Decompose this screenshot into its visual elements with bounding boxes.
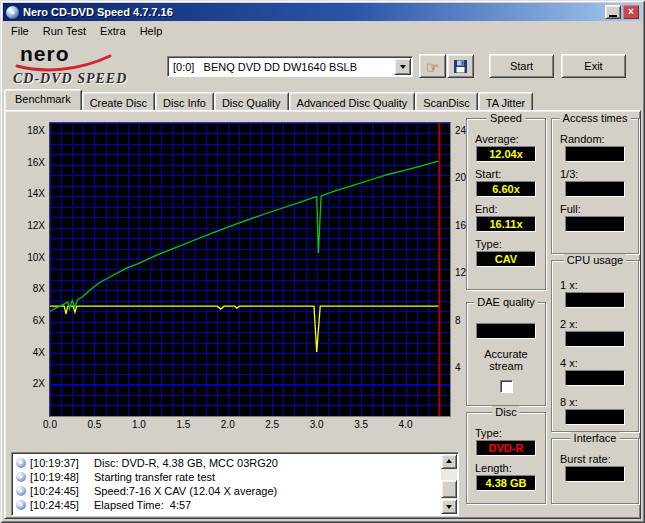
chart-series	[50, 123, 450, 416]
arrow-up-icon	[446, 456, 452, 463]
menu-item-run-test[interactable]: Run Test	[36, 23, 93, 39]
y-right-tick: 24	[455, 125, 466, 136]
scroll-down-button[interactable]	[441, 499, 457, 514]
y-left-tick: 4X	[11, 347, 45, 358]
tab-disc-quality[interactable]: Disc Quality	[214, 92, 289, 110]
log-disc-icon	[16, 486, 26, 496]
log-time: [10:24:45]	[30, 485, 94, 497]
log-window[interactable]: [10:19:37] Disc: DVD-R, 4.38 GB, MCC 03R…	[11, 452, 459, 516]
arrow-down-icon	[446, 505, 452, 512]
end-speed-value: 16.11x	[476, 216, 536, 232]
average-speed-value: 12.04x	[476, 146, 536, 162]
tab-ta-jitter[interactable]: TA Jitter	[478, 92, 534, 110]
plot-area	[49, 122, 451, 417]
panel-dae-quality-title: DAE quality	[474, 296, 537, 308]
panel-access-times: Access times Random: 1/3: Full:	[551, 118, 639, 254]
disc-length-value: 4.38 GB	[476, 475, 536, 491]
log-disc-icon	[16, 472, 26, 482]
drive-select[interactable]: [0:0] BENQ DVD DD DW1640 BSLB	[167, 56, 413, 77]
minimize-icon	[609, 15, 617, 17]
panel-disc-title: Disc	[492, 406, 519, 418]
y-left-tick: 18X	[11, 125, 45, 136]
nero-logo: nero CD-DVD SPEED CD-DVD SPEED	[6, 41, 164, 88]
accurate-stream-checkbox[interactable]	[500, 380, 513, 393]
cpu-1x-value	[565, 292, 625, 308]
y-left-tick: 12X	[11, 220, 45, 231]
cpu-8x-label: 8 x:	[560, 396, 638, 408]
y-left-tick: 14X	[11, 188, 45, 199]
cpu-1x-label: 1 x:	[560, 279, 638, 291]
tab-benchmark[interactable]: Benchmark	[4, 89, 82, 110]
panel-interface: Interface Burst rate:	[551, 438, 639, 504]
titlebar[interactable]: Nero CD-DVD Speed 4.7.7.16 ×	[3, 3, 642, 21]
access-third-label: 1/3:	[560, 168, 638, 180]
drive-select-arrow[interactable]	[394, 58, 411, 75]
dae-quality-value	[476, 323, 536, 339]
disc-type-value: DVD-R	[476, 440, 536, 456]
menu-item-file[interactable]: File	[4, 23, 36, 39]
disc-type-label: Type:	[475, 427, 545, 439]
start-speed-label: Start:	[475, 168, 545, 180]
average-speed-label: Average:	[475, 133, 545, 145]
tab-advanced-disc-quality[interactable]: Advanced Disc Quality	[289, 92, 416, 110]
log-text: Speed:7-16 X CAV (12.04 X average)	[94, 485, 277, 497]
tab-disc-info[interactable]: Disc Info	[155, 92, 214, 110]
y-left-tick: 10X	[11, 252, 45, 263]
log-content: [10:19:37] Disc: DVD-R, 4.38 GB, MCC 03R…	[15, 456, 439, 513]
menubar: File Run Test Extra Help	[3, 21, 642, 40]
x-tick: 2.5	[265, 419, 279, 430]
tab-page-benchmark: 18X16X14X12X10X8X6X4X2X24201612840.00.51…	[4, 110, 641, 519]
rotation-speed-curve	[50, 306, 439, 352]
tab-strip: Benchmark Create Disc Disc Info Disc Qua…	[4, 89, 533, 110]
log-time: [10:19:37]	[30, 457, 94, 469]
access-full-label: Full:	[560, 203, 638, 215]
log-text: Elapsed Time: 4:57	[94, 499, 191, 511]
panel-dae-quality: DAE quality Accurate stream	[466, 302, 546, 406]
app-window: Nero CD-DVD Speed 4.7.7.16 × File Run Te…	[0, 0, 645, 523]
logo-brand-text: nero	[20, 42, 70, 65]
cpu-2x-label: 2 x:	[560, 318, 638, 330]
start-button[interactable]: Start	[489, 54, 554, 78]
y-right-tick: 20	[455, 172, 466, 183]
log-text: Starting transfer rate test	[94, 471, 215, 483]
scroll-thumb[interactable]	[441, 480, 457, 498]
access-third-value	[565, 181, 625, 197]
log-disc-icon	[16, 500, 26, 510]
panel-cpu-usage-title: CPU usage	[564, 254, 626, 266]
log-scrollbar[interactable]	[441, 454, 457, 514]
y-right-tick: 12	[455, 267, 466, 278]
menu-item-help[interactable]: Help	[133, 23, 170, 39]
close-button[interactable]: ×	[623, 5, 639, 19]
menu-item-extra[interactable]: Extra	[93, 23, 133, 39]
exit-button[interactable]: Exit	[561, 54, 626, 78]
burst-rate-label: Burst rate:	[560, 453, 638, 465]
app-icon	[6, 6, 19, 19]
minimize-button[interactable]	[605, 5, 621, 19]
log-time: [10:19:48]	[30, 471, 94, 483]
start-speed-value: 6.60x	[476, 181, 536, 197]
tab-scandisc[interactable]: ScanDisc	[415, 92, 477, 110]
x-tick: 0.5	[87, 419, 101, 430]
read-speed-curve	[50, 161, 439, 312]
panel-disc: Disc Type: DVD-R Length: 4.38 GB	[466, 412, 546, 504]
x-tick: 3.0	[310, 419, 324, 430]
logo-product-text: CD-DVD SPEED	[13, 71, 127, 86]
end-speed-label: End:	[475, 203, 545, 215]
scroll-up-button[interactable]	[441, 454, 457, 469]
access-random-label: Random:	[560, 133, 638, 145]
y-right-tick: 8	[455, 315, 461, 326]
save-button[interactable]	[447, 54, 474, 78]
x-tick: 2.0	[221, 419, 235, 430]
x-tick: 4.0	[399, 419, 413, 430]
y-left-tick: 6X	[11, 315, 45, 326]
log-line: [10:19:48] Starting transfer rate test	[15, 470, 439, 483]
log-disc-icon	[16, 458, 26, 468]
tab-create-disc[interactable]: Create Disc	[82, 92, 155, 110]
x-tick: 1.5	[176, 419, 190, 430]
panel-speed: Speed Average: 12.04x Start: 6.60x End: …	[466, 118, 546, 290]
log-time: [10:24:45]	[30, 499, 94, 511]
cpu-4x-label: 4 x:	[560, 357, 638, 369]
cpu-4x-value	[565, 370, 625, 386]
eject-load-button[interactable]: ☞	[419, 54, 446, 78]
chevron-down-icon	[400, 65, 406, 72]
